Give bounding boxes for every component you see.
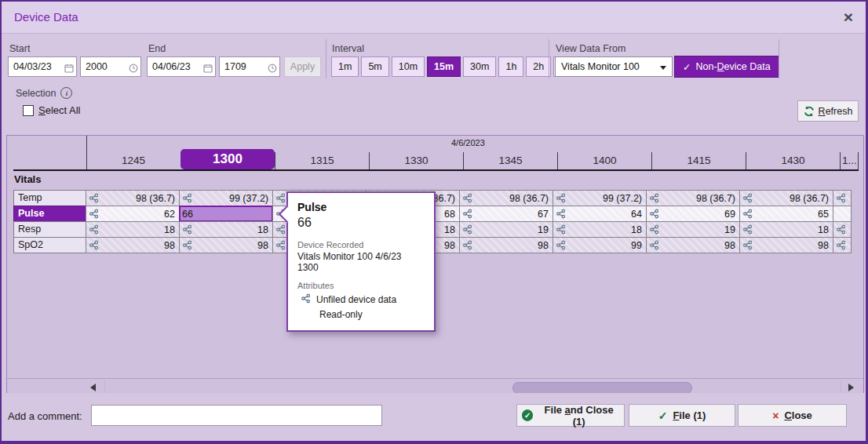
time-column-1415[interactable]: 1415 (651, 152, 746, 169)
unfiled-device-data-icon (275, 240, 286, 250)
checkbox-icon[interactable] (23, 105, 34, 116)
calendar-icon[interactable] (64, 62, 74, 71)
cell-value: 98 (472, 240, 553, 251)
close-icon[interactable]: × (844, 8, 853, 27)
non-device-data-button[interactable]: ✓ Non-Device Data (674, 56, 779, 78)
unfiled-device-data-icon (742, 193, 753, 203)
data-cell-Resp-1300[interactable]: 18 (179, 221, 273, 238)
select-all-label: Select All (38, 104, 80, 116)
dialog-footer: Add a comment: ✓ File and Close (1) ✓ Fi… (2, 393, 866, 441)
interval-button-2h[interactable]: 2h (526, 56, 551, 77)
divider (779, 39, 779, 78)
data-cell-Pulse-1345[interactable]: 67 (459, 206, 553, 222)
data-cell-Resp-1430[interactable]: 18 (739, 221, 833, 238)
scroll-left-icon[interactable] (90, 384, 96, 391)
cell-value: 62 (99, 209, 179, 220)
file-and-close-button[interactable]: ✓ File and Close (1) (516, 404, 625, 427)
interval-button-1m[interactable]: 1m (331, 56, 359, 77)
clock-icon[interactable] (268, 62, 277, 71)
view-data-from-select[interactable]: Vitals Monitor 100 (555, 56, 673, 77)
apply-button[interactable]: Apply (284, 56, 321, 77)
data-cell-SpO2-1400[interactable]: 99 (553, 237, 647, 253)
unfiled-device-data-icon (556, 224, 566, 235)
unfiled-device-data-icon (462, 193, 472, 203)
unfiled-device-data-icon (462, 224, 472, 235)
cell-value: 18 (753, 224, 833, 235)
row-header-SpO2[interactable]: SpO2 (13, 237, 86, 253)
data-cell-Resp-1345[interactable]: 19 (459, 221, 553, 238)
select-all-checkbox[interactable]: Select All (23, 104, 80, 116)
data-cell-Pulse-1415[interactable]: 69 (646, 206, 740, 222)
data-cell-SpO2-1345[interactable]: 98 (459, 237, 553, 253)
row-header-Pulse[interactable]: Pulse (13, 206, 86, 222)
scrollbar-thumb[interactable] (512, 382, 692, 394)
info-icon[interactable]: i (60, 87, 72, 99)
interval-button-5m[interactable]: 5m (361, 56, 388, 77)
cell-value: 98 (192, 240, 272, 251)
chevron-down-icon (660, 66, 666, 70)
unfiled-device-data-icon (742, 224, 753, 235)
data-cell-Pulse-1400[interactable]: 64 (553, 206, 647, 222)
refresh-button[interactable]: Refresh (797, 100, 859, 122)
tooltip-attribute-unfiled: Unfiled device data (316, 294, 396, 305)
data-cell-Pulse-1245[interactable]: 62 (86, 206, 180, 222)
time-column-1300[interactable]: 1300 (181, 149, 275, 169)
close-button[interactable]: × Close (738, 404, 847, 427)
scroll-right-icon[interactable] (848, 384, 854, 391)
data-cell-Temp-1300[interactable]: 99 (37.2) (179, 190, 273, 206)
time-column-1...[interactable]: 1... (840, 152, 859, 169)
time-column-1345[interactable]: 1345 (463, 152, 557, 169)
data-cell-Resp-1...[interactable] (833, 221, 852, 238)
cell-value: 69 (659, 209, 739, 220)
cell-value: 98 (36.7) (99, 193, 179, 204)
unfiled-device-data-icon (649, 240, 659, 250)
unfiled-device-data-icon (649, 224, 659, 235)
data-cell-Resp-1415[interactable]: 19 (646, 221, 740, 238)
data-cell-SpO2-1...[interactable] (833, 237, 852, 253)
date-header: 4/6/2023 (451, 138, 485, 147)
row-header-Temp[interactable]: Temp (13, 190, 86, 206)
data-cell-SpO2-1245[interactable]: 98 (86, 237, 180, 253)
row-header-Resp[interactable]: Resp (13, 221, 86, 238)
data-cell-SpO2-1415[interactable]: 98 (646, 237, 740, 253)
interval-button-15m[interactable]: 15m (427, 56, 461, 77)
end-time-field-wrap (219, 56, 280, 77)
check-circle-icon: ✓ (522, 409, 533, 421)
data-cell-Pulse-1430[interactable]: 65 (739, 206, 833, 222)
interval-button-10m[interactable]: 10m (392, 56, 425, 77)
calendar-icon[interactable] (203, 62, 213, 71)
data-cell-Resp-1400[interactable]: 18 (553, 221, 647, 238)
refresh-label: Refresh (819, 106, 853, 117)
time-column-1330[interactable]: 1330 (369, 152, 463, 169)
time-column-1400[interactable]: 1400 (557, 152, 651, 169)
data-cell-Temp-1345[interactable]: 98 (36.7) (459, 190, 553, 206)
unfiled-device-data-icon (836, 240, 846, 250)
divider (13, 169, 859, 171)
cell-value: 99 (37.2) (566, 193, 646, 204)
data-cell-Pulse-1...[interactable] (833, 206, 852, 222)
data-cell-Resp-1245[interactable]: 18 (86, 221, 180, 238)
data-cell-Temp-1245[interactable]: 98 (36.7) (86, 190, 180, 206)
divider (549, 39, 549, 78)
start-date-field-wrap (8, 56, 77, 77)
data-cell-Pulse-1300[interactable]: 66 (179, 206, 273, 222)
data-cell-SpO2-1430[interactable]: 98 (739, 237, 833, 253)
interval-button-30m[interactable]: 30m (463, 56, 496, 77)
data-cell-Temp-1415[interactable]: 98 (36.7) (646, 190, 740, 206)
file-and-close-label: File and Close (1) (538, 404, 619, 428)
data-cell-Temp-1400[interactable]: 99 (37.2) (553, 190, 647, 206)
end-date-field-wrap (147, 56, 216, 77)
unfiled-device-data-icon (301, 293, 311, 306)
unfiled-device-data-icon (182, 193, 192, 203)
file-button[interactable]: ✓ File (1) (629, 404, 735, 427)
data-cell-SpO2-1300[interactable]: 98 (179, 237, 273, 253)
data-cell-Temp-1...[interactable] (833, 190, 852, 206)
data-cell-Temp-1430[interactable]: 98 (36.7) (739, 190, 833, 206)
clock-icon[interactable] (129, 62, 138, 71)
comment-input[interactable] (91, 405, 382, 426)
time-column-1315[interactable]: 1315 (275, 152, 369, 169)
interval-button-1h[interactable]: 1h (498, 56, 523, 77)
time-column-1430[interactable]: 1430 (746, 152, 840, 169)
refresh-icon (804, 106, 815, 117)
time-column-1245[interactable]: 1245 (86, 152, 181, 169)
